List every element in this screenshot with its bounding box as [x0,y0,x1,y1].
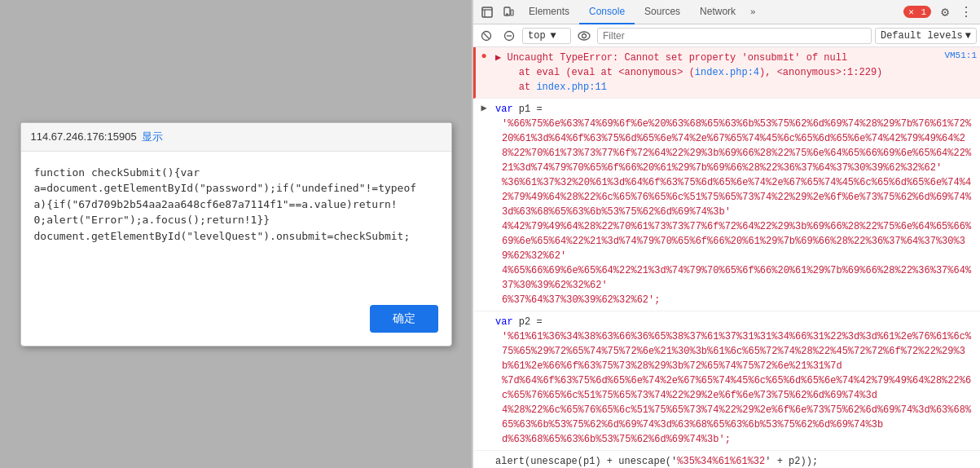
svg-point-10 [578,32,590,40]
error-main-text: ▶ Uncaught TypeError: Cannot set propert… [495,51,929,65]
confirm-button[interactable]: 确定 [370,305,438,333]
index-php-link-2[interactable]: index.php:11 [536,82,606,93]
code-line-5: document.getElementById("levelQuest").on… [34,228,438,245]
error-location-1[interactable]: VM51:1 [939,49,980,60]
p2-line2: '%61%61%36%34%38%63%66%36%65%38%37%61%37… [495,329,977,373]
p1-content: var p1 = '%66%75%6e%63%74%69%6f%6e%20%63… [492,100,980,309]
code-entry-p1: ▶ var p1 = '%66%75%6e%63%74%69%6f%6e%20%… [473,99,980,311]
settings-icon[interactable]: ⚙ [934,2,956,23]
p2-content: var p2 = '%61%61%36%34%38%63%66%36%65%38… [492,313,980,448]
browser-page: 114.67.246.176:15905 显示 function checkSu… [0,0,472,468]
svg-rect-5 [511,10,513,15]
dialog-show-link[interactable]: 显示 [142,130,163,144]
code-line-2: a=document.getElementById("password");if… [34,180,438,196]
p1-line4: 4%42%79%49%64%28%22%70%61%73%73%77%6f%72… [495,219,977,263]
error-icon-1: ● [476,49,492,62]
dialog-footer: 确定 [21,298,451,346]
p2-line5: d%63%68%65%63%6b%53%75%62%6d%69%74%3b'; [495,432,977,447]
p2-line3: %7d%64%6f%63%75%6d%65%6e%74%2e%67%65%74%… [495,373,977,403]
levels-dropdown-icon: ▼ [965,30,971,42]
code-entry-p2: var p2 = '%61%61%36%34%38%63%66%36%65%38… [473,311,980,451]
more-options-icon[interactable]: ⋮ [956,2,977,23]
expand-arrow[interactable]: ▶ [495,52,501,64]
tab-network[interactable]: Network [690,0,745,24]
error-x-icon: ✕ [908,7,914,17]
log-levels-selector[interactable]: Default levels ▼ [875,28,977,44]
index-php-link-1[interactable]: index.php:4 [695,67,759,78]
dialog-header: 114.67.246.176:15905 显示 [21,123,451,152]
tab-sources[interactable]: Sources [635,0,690,24]
devtools-tabbar: Elements Console Sources Network » ✕ 1 ⚙… [473,0,980,24]
tab-console[interactable]: Console [579,0,635,24]
tab-elements[interactable]: Elements [519,0,579,24]
devtools-panel: Elements Console Sources Network » ✕ 1 ⚙… [472,0,980,468]
device-toggle-icon[interactable] [498,2,519,23]
eye-icon[interactable] [574,26,594,46]
alert-line: alert(unescape(p1) + unescape('%35%34%61… [495,454,977,468]
dialog-box: 114.67.246.176:15905 显示 function checkSu… [20,122,452,347]
dialog-url: 114.67.246.176:15905 [31,130,137,143]
code-entry-alert: alert(unescape(p1) + unescape('%35%34%61… [473,451,980,468]
clear-console-icon[interactable] [477,26,496,46]
alert-content: alert(unescape(p1) + unescape('%35%34%61… [492,453,980,468]
svg-line-7 [484,33,490,38]
levels-label: Default levels [881,30,963,42]
p1-line6: 6%37%64%37%30%39%62%32%62'; [495,293,977,307]
blank-icon-alert [476,453,492,454]
error-count: 1 [921,7,926,17]
expand-icon-p1[interactable]: ▶ [476,100,492,114]
filter-input[interactable] [597,28,872,44]
p1-line1: var p1 = [495,102,977,117]
error-entry-1: ● ▶ Uncaught TypeError: Cannot set prope… [473,47,980,99]
inspect-element-icon[interactable] [477,2,498,23]
context-selector[interactable]: top ▼ [522,28,571,44]
code-line-3: a){if("67d709b2b54aa2aa648cf6e87a7114f1"… [34,196,438,213]
code-line-1: function checkSubmit(){var [34,165,438,181]
error-sub-2: at index.php:11 [495,80,929,95]
more-tabs-icon[interactable]: » [745,4,761,20]
svg-rect-0 [482,7,492,17]
code-line-4: 0;alert("Error");a.focus();return!1}} [34,212,438,228]
svg-rect-4 [506,13,508,15]
console-toolbar: top ▼ Default levels ▼ [473,24,980,47]
error-sub-1: at eval (eval at <anonymous> (index.php:… [495,65,929,80]
dialog-content: function checkSubmit(){var a=document.ge… [21,152,451,298]
svg-point-11 [582,33,587,38]
block-icon[interactable] [499,26,519,46]
p1-line5: 4%65%66%69%6e%65%64%22%21%3d%74%79%70%65… [495,263,977,293]
p2-line1: var p2 = [495,315,977,329]
context-value: top [528,30,546,42]
context-dropdown-icon: ▼ [551,30,556,42]
p1-line3: %36%61%37%32%20%61%3d%64%6f%63%75%6d%65%… [495,175,977,219]
blank-icon-p2 [476,313,492,315]
error-content-1: ▶ Uncaught TypeError: Cannot set propert… [492,49,933,96]
dialog-overlay: 114.67.246.176:15905 显示 function checkSu… [0,0,472,468]
p2-line4: 4%28%22%6c%65%76%65%6c%51%75%65%73%74%22… [495,403,977,432]
console-output[interactable]: ● ▶ Uncaught TypeError: Cannot set prope… [473,47,980,468]
error-count-badge: ✕ 1 [903,6,931,18]
p1-line2: '%66%75%6e%63%74%69%6f%6e%20%63%68%65%63… [495,117,977,175]
